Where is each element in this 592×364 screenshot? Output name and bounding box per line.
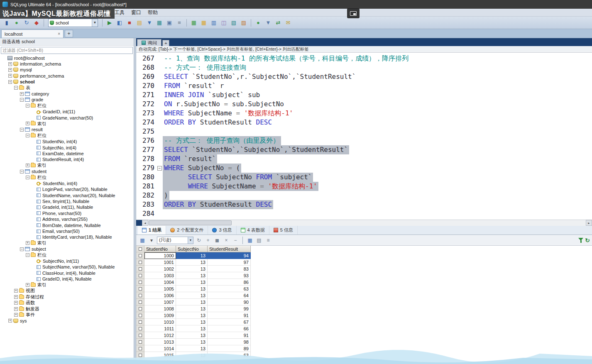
tree-item[interactable]: StudentNo, int(4) [0, 181, 134, 186]
save-changes-icon[interactable]: ◼ [213, 236, 221, 244]
grid-cell[interactable]: 13 [176, 266, 208, 272]
query-builder-icon[interactable]: ▨ [239, 18, 248, 27]
tree-item[interactable]: GradeID, int(11) [0, 109, 134, 115]
tree-item[interactable]: −grade [0, 97, 134, 103]
tree-item[interactable]: −栏位 [0, 252, 134, 258]
grid-mode-select[interactable]: (只读) ▼ [157, 237, 193, 244]
row-checkbox[interactable] [136, 312, 144, 319]
tree-item[interactable]: +mysql [0, 67, 134, 73]
expand-icon[interactable]: + [14, 307, 18, 311]
delete-row-icon[interactable]: − [231, 236, 240, 244]
grid-cell[interactable]: 1014 [144, 345, 176, 352]
tree-item[interactable]: −school [0, 79, 134, 85]
tree-item[interactable]: +存储过程 [0, 294, 134, 300]
tree-item[interactable]: −栏位 [0, 133, 134, 139]
grid-cell[interactable]: 63 [208, 286, 251, 292]
refresh-icon[interactable]: ↻ [585, 237, 590, 244]
grid-cell[interactable]: 94 [208, 252, 251, 259]
row-checkbox[interactable] [136, 319, 144, 325]
tree-item[interactable]: StudentNo, int(4) [0, 139, 134, 144]
grid-cell[interactable]: 13 [176, 312, 208, 319]
collapse-icon[interactable]: − [26, 176, 29, 179]
grid-cell[interactable]: 63 [208, 352, 251, 359]
disconnect-icon[interactable]: ● [12, 18, 21, 27]
grid-cell[interactable]: 13 [176, 259, 208, 266]
expand-icon[interactable]: + [14, 301, 18, 305]
expand-icon[interactable]: + [8, 62, 12, 66]
fold-collapse-icon[interactable]: − [157, 166, 162, 171]
row-checkbox[interactable] [136, 272, 144, 279]
reconnect-icon[interactable]: ↻ [22, 18, 31, 27]
grid-cell[interactable]: 64 [208, 292, 251, 299]
chevron-down-icon[interactable]: ▼ [188, 237, 193, 244]
tree-item[interactable]: −栏位 [0, 103, 134, 109]
grid-cell[interactable]: 98 [208, 339, 251, 345]
expand-icon[interactable]: + [14, 289, 18, 293]
column-header[interactable]: SubjectNo [176, 246, 208, 252]
table-filter-input[interactable] [1, 47, 133, 54]
grid-cell[interactable]: 83 [208, 266, 251, 272]
grid-cell[interactable]: 66 [208, 325, 251, 332]
row-checkbox[interactable] [136, 345, 144, 352]
scroll-left-icon[interactable]: ◄ [142, 220, 148, 226]
tree-item[interactable]: −subject [0, 246, 134, 252]
tree-item[interactable]: +索引 [0, 282, 134, 288]
new-table-icon[interactable]: ▦ [189, 18, 198, 27]
import-icon[interactable]: ▣ [165, 18, 174, 27]
row-checkbox[interactable] [136, 305, 144, 312]
tree-item[interactable]: GradeId, int(11), Nullable [0, 204, 134, 210]
menu-item[interactable]: 窗口 [128, 9, 144, 16]
collapse-icon[interactable]: − [26, 134, 29, 137]
tree-item[interactable]: −result [0, 127, 134, 132]
favorites-icon[interactable]: ◆ [32, 18, 41, 27]
column-header[interactable]: StudentResult [208, 246, 251, 252]
result-tab[interactable]: 4 表数据 [237, 226, 269, 235]
grid-cell[interactable]: 13 [176, 299, 208, 305]
row-checkbox[interactable] [136, 292, 144, 299]
grid-cell[interactable]: 1013 [144, 339, 176, 345]
collapse-icon[interactable]: − [20, 247, 24, 251]
tree-item[interactable]: SubjectNo, int(4) [0, 144, 134, 150]
row-checkbox[interactable] [136, 266, 144, 272]
tree-item[interactable]: +sys [0, 318, 134, 324]
grid-cell[interactable]: 13 [176, 286, 208, 292]
row-checkbox[interactable] [136, 332, 144, 339]
grid-cell[interactable]: 13 [176, 339, 208, 345]
collapse-icon[interactable]: − [26, 104, 29, 107]
tree-item[interactable]: GradeID, int(4), Nullable [0, 276, 134, 282]
export-resultset-icon[interactable]: ▦ [155, 18, 164, 27]
row-checkbox[interactable] [136, 279, 144, 286]
grid-cell[interactable]: 1015 [144, 352, 176, 359]
notifications-icon[interactable]: ✉ [284, 18, 293, 27]
chevron-down-icon[interactable]: ▼ [92, 19, 98, 27]
grid-cell[interactable]: 13 [176, 345, 208, 352]
expand-icon[interactable]: + [8, 74, 12, 78]
grid-cell[interactable]: 13 [176, 252, 208, 259]
grid-cell[interactable]: 90 [208, 299, 251, 305]
query-formatter-icon[interactable]: ≡ [175, 18, 184, 27]
grid-cell[interactable]: 1002 [144, 266, 176, 272]
backup-icon[interactable]: ▼ [264, 18, 273, 27]
select-all-checkbox[interactable] [136, 246, 144, 252]
tree-item[interactable]: StudentName, varchar(20), Nullable [0, 192, 134, 198]
tree-item[interactable]: +索引 [0, 240, 134, 246]
tree-item[interactable]: Phone, varchar(50) [0, 210, 134, 216]
result-tab[interactable]: 2 个配置文件 [166, 226, 208, 235]
expand-icon[interactable]: + [26, 122, 29, 125]
grid-cell[interactable] [208, 359, 251, 364]
grid-cell[interactable]: 99 [208, 305, 251, 312]
tree-item[interactable]: +索引 [0, 121, 134, 127]
row-checkbox[interactable] [136, 252, 144, 259]
row-checkbox[interactable] [136, 299, 144, 305]
tree-item[interactable]: ClassHour, int(4), Nullable [0, 270, 134, 276]
execute-query-icon[interactable]: ▶ [105, 18, 114, 27]
editor-horizontal-scrollbar[interactable]: ◄ ► [136, 220, 592, 226]
grid-cell[interactable]: 1008 [144, 305, 176, 312]
insert-row-icon[interactable]: + [204, 236, 212, 244]
grid-cell[interactable]: 67 [208, 319, 251, 325]
scroll-right-icon[interactable]: ► [586, 220, 592, 226]
result-tab[interactable]: 3 信息 [208, 226, 236, 235]
row-checkbox[interactable] [136, 339, 144, 345]
alter-table-icon[interactable]: ▦ [199, 18, 208, 27]
tree-item[interactable]: StudentResult, int(4) [0, 156, 134, 162]
